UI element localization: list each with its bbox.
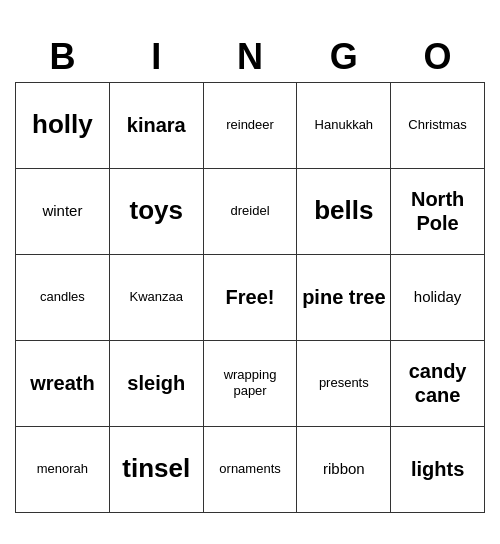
bingo-cell: reindeer <box>203 82 297 168</box>
header-letter: B <box>16 32 110 83</box>
bingo-cell: dreidel <box>203 168 297 254</box>
bingo-cell: kinara <box>109 82 203 168</box>
header-row: BINGO <box>16 32 485 83</box>
bingo-cell: holiday <box>391 254 485 340</box>
bingo-cell: Hanukkah <box>297 82 391 168</box>
bingo-cell: North Pole <box>391 168 485 254</box>
header-letter: N <box>203 32 297 83</box>
bingo-cell: holly <box>16 82 110 168</box>
bingo-row: menorahtinselornamentsribbonlights <box>16 426 485 512</box>
bingo-cell: menorah <box>16 426 110 512</box>
bingo-cell: toys <box>109 168 203 254</box>
bingo-cell: lights <box>391 426 485 512</box>
bingo-row: hollykinarareindeerHanukkahChristmas <box>16 82 485 168</box>
bingo-cell: ribbon <box>297 426 391 512</box>
bingo-card: BINGO hollykinarareindeerHanukkahChristm… <box>15 32 485 513</box>
bingo-cell: sleigh <box>109 340 203 426</box>
bingo-row: candlesKwanzaaFree!pine treeholiday <box>16 254 485 340</box>
header-letter: O <box>391 32 485 83</box>
bingo-cell: Christmas <box>391 82 485 168</box>
bingo-cell: bells <box>297 168 391 254</box>
bingo-cell: pine tree <box>297 254 391 340</box>
bingo-cell: winter <box>16 168 110 254</box>
bingo-row: wintertoysdreidelbellsNorth Pole <box>16 168 485 254</box>
bingo-cell: Kwanzaa <box>109 254 203 340</box>
bingo-cell: candy cane <box>391 340 485 426</box>
bingo-cell: Free! <box>203 254 297 340</box>
bingo-cell: tinsel <box>109 426 203 512</box>
bingo-row: wreathsleighwrapping paperpresentscandy … <box>16 340 485 426</box>
bingo-cell: presents <box>297 340 391 426</box>
header-letter: I <box>109 32 203 83</box>
bingo-cell: ornaments <box>203 426 297 512</box>
bingo-cell: candles <box>16 254 110 340</box>
bingo-cell: wrapping paper <box>203 340 297 426</box>
header-letter: G <box>297 32 391 83</box>
bingo-cell: wreath <box>16 340 110 426</box>
